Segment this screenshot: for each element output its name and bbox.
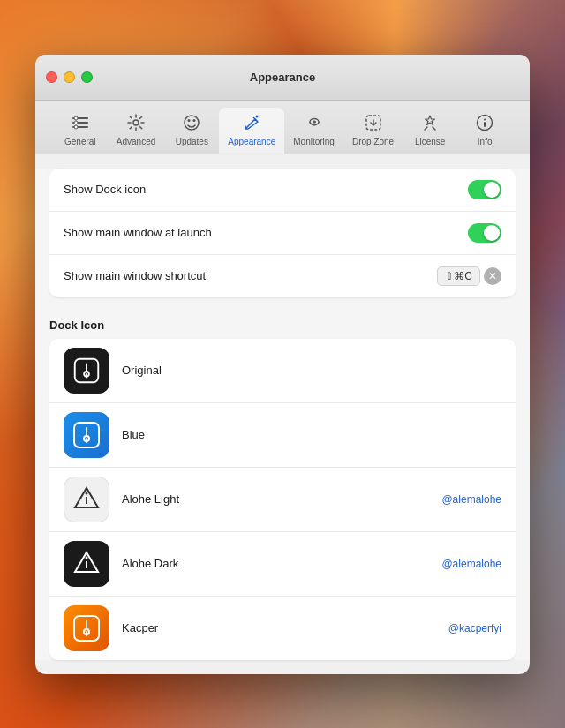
shortcut-clear-button[interactable]: ✕	[484, 267, 501, 285]
tab-monitoring-label: Monitoring	[293, 137, 335, 146]
show-dock-icon-row: Show Dock icon	[49, 169, 516, 212]
icon-name-alohe-light: Alohe Light	[122, 492, 429, 506]
close-button[interactable]	[46, 71, 57, 83]
icon-credit-kacper: @kacperfyi	[448, 622, 501, 634]
icon-row-original[interactable]: Original	[49, 339, 516, 403]
icon-name-kacper: Kacper	[122, 621, 436, 634]
main-window: Appearance General	[35, 55, 530, 674]
icon-thumb-alohe-dark	[64, 541, 109, 587]
dock-icon-section-header: Dock Icon	[35, 308, 530, 339]
maximize-button[interactable]	[81, 71, 93, 83]
svg-point-5	[74, 125, 78, 129]
show-shortcut-label: Show main window shortcut	[64, 269, 206, 282]
tab-updates-label: Updates	[176, 137, 208, 146]
show-main-window-label: Show main window at launch	[64, 226, 212, 239]
tab-advanced-label: Advanced	[117, 137, 155, 146]
svg-point-9	[193, 119, 196, 122]
tab-dropzone[interactable]: Drop Zone	[343, 108, 403, 154]
svg-point-3	[74, 116, 78, 120]
info-icon	[475, 113, 494, 135]
tab-license-label: License	[415, 137, 445, 146]
icon-row-alohe-dark[interactable]: Alohe Dark @alemalohe	[49, 532, 516, 597]
icon-row-blue[interactable]: Blue	[49, 403, 516, 468]
svg-point-12	[313, 120, 316, 123]
icon-name-blue: Blue	[122, 428, 501, 441]
minimize-button[interactable]	[64, 71, 75, 83]
appearance-icon	[242, 113, 261, 135]
toggle-settings: Show Dock icon Show main window at launc…	[49, 169, 516, 297]
show-dock-icon-toggle[interactable]	[468, 180, 501, 199]
svg-point-22	[86, 492, 88, 494]
svg-point-6	[133, 120, 139, 125]
icon-thumb-kacper	[64, 605, 109, 651]
tab-advanced[interactable]: Advanced	[108, 108, 164, 154]
icon-name-original: Original	[122, 364, 501, 377]
svg-point-8	[188, 119, 191, 122]
icon-thumb-alohe-light	[64, 477, 109, 522]
show-shortcut-row: Show main window shortcut ⇧⌘C ✕	[49, 255, 516, 297]
svg-rect-16	[484, 122, 486, 127]
icon-thumb-original	[64, 348, 109, 394]
icon-thumb-blue	[64, 412, 109, 458]
general-icon	[71, 113, 90, 135]
show-main-window-row: Show main window at launch	[49, 212, 516, 255]
svg-point-4	[74, 121, 78, 124]
show-main-window-toggle[interactable]	[468, 223, 501, 243]
tab-info-label: Info	[478, 137, 493, 146]
tab-appearance-label: Appearance	[228, 137, 275, 146]
icon-list: Original Blue	[49, 339, 516, 660]
tab-info[interactable]: Info	[457, 108, 512, 154]
icon-credit-alohe-dark: @alemalohe	[441, 558, 501, 570]
svg-point-10	[256, 115, 259, 117]
svg-point-24	[86, 556, 88, 559]
tab-appearance[interactable]: Appearance	[219, 108, 284, 154]
window-title: Appearance	[250, 71, 315, 84]
icon-row-kacper[interactable]: Kacper @kacperfyi	[49, 597, 516, 660]
tab-monitoring[interactable]: Monitoring	[284, 108, 343, 154]
content-area: Show Dock icon Show main window at launc…	[35, 169, 530, 660]
icon-row-alohe-light[interactable]: Alohe Light @alemalohe	[49, 468, 516, 532]
updates-icon	[182, 113, 201, 135]
icon-name-alohe-dark: Alohe Dark	[122, 557, 429, 570]
titlebar: Appearance	[35, 55, 530, 101]
license-icon	[420, 113, 440, 135]
tab-general-label: General	[64, 137, 96, 146]
shortcut-badge[interactable]: ⇧⌘C	[437, 266, 480, 286]
tab-updates[interactable]: Updates	[164, 108, 219, 154]
tab-dropzone-label: Drop Zone	[352, 137, 394, 146]
tab-general[interactable]: General	[53, 108, 108, 154]
window-controls	[46, 71, 93, 83]
shortcut-field: ⇧⌘C ✕	[437, 266, 501, 286]
monitoring-icon	[305, 113, 324, 135]
svg-point-15	[484, 118, 486, 120]
advanced-icon	[126, 113, 146, 135]
tab-license[interactable]: License	[403, 108, 457, 154]
icon-credit-alohe-light: @alemalohe	[441, 493, 501, 506]
show-dock-icon-label: Show Dock icon	[64, 183, 146, 196]
toolbar: General Advanced Updates	[35, 101, 530, 154]
dropzone-icon	[364, 113, 383, 135]
